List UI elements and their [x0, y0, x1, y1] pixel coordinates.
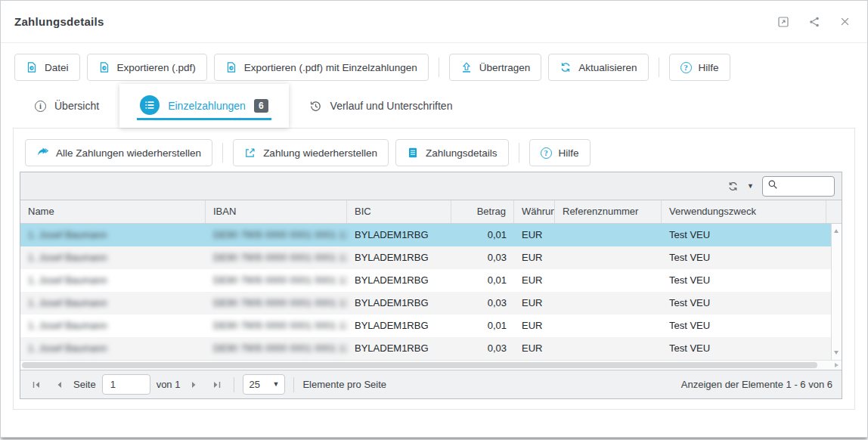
- cell-waehrung: EUR: [514, 315, 555, 337]
- first-page-button[interactable]: [28, 376, 45, 393]
- column-header-referenznummer[interactable]: Referenznummer: [555, 200, 662, 223]
- info-icon: i: [35, 101, 46, 112]
- tab-uebersicht[interactable]: i Übersicht: [14, 84, 119, 128]
- export-icon: [98, 61, 110, 73]
- restore-payment-button[interactable]: Zahlung wiederherstellen: [233, 139, 389, 166]
- cell-iban: DE90 7905 0000 0001 0001 13: [206, 269, 347, 292]
- table-row[interactable]: 1. Josef Baumann DE90 7905 0000 0001 000…: [20, 292, 831, 315]
- cell-name: 1. Josef Baumann: [20, 246, 206, 269]
- cell-referenznummer: [555, 246, 662, 269]
- cell-verwendungszweck: Test VEU: [662, 269, 831, 292]
- cell-iban: DE90 7905 0000 0001 0001 13: [206, 246, 347, 269]
- vertical-scrollbar[interactable]: [831, 224, 842, 360]
- grid-refresh-icon[interactable]: [727, 181, 739, 192]
- cell-verwendungszweck: Test VEU: [662, 246, 831, 269]
- main-toolbar: Datei Exportieren (.pdf) Exportieren (.p…: [1, 43, 867, 81]
- cell-betrag: 0,03: [451, 246, 514, 269]
- cell-referenznummer: [555, 224, 662, 246]
- cell-verwendungszweck: Test VEU: [662, 315, 831, 337]
- next-page-button[interactable]: [186, 376, 203, 393]
- pager: Seite von 1 25 ▼ Elemente pro Seite Anze…: [20, 370, 842, 398]
- payment-details-button[interactable]: Zahlungsdetails: [395, 139, 509, 166]
- grid-body: 1. Josef Baumann DE90 7905 0000 0001 000…: [20, 224, 842, 360]
- table-row[interactable]: 1. Josef Baumann DE90 7905 0000 0001 000…: [20, 224, 831, 246]
- help-icon: ?: [680, 62, 692, 73]
- payments-grid: ▼ Name IBAN BIC Betrag Währung Referenzn…: [20, 172, 842, 399]
- close-icon[interactable]: [839, 16, 851, 27]
- previous-page-button[interactable]: [51, 376, 67, 393]
- last-page-button[interactable]: [209, 376, 225, 393]
- restore-all-payments-button[interactable]: Alle Zahlungen wiederherstellen: [25, 139, 212, 166]
- open-in-window-icon[interactable]: [777, 16, 789, 28]
- cell-bic: BYLADEM1RBG: [347, 246, 451, 269]
- cell-name: 1. Josef Baumann: [20, 224, 206, 246]
- page-title: Zahlungsdetails: [14, 15, 104, 28]
- restore-all-icon: [36, 147, 49, 159]
- export-icon: [225, 61, 237, 73]
- search-icon: [767, 179, 778, 193]
- toolbar-separator: [222, 143, 223, 163]
- payment-details-window: Zahlungsdetails Datei Exportieren (.pd: [0, 0, 868, 438]
- tab-content-panel: Alle Zahlungen wiederherstellen Zahlung …: [13, 128, 855, 410]
- tab-bar: i Übersicht Einzelzahlungen 6 Verlauf un…: [1, 84, 867, 128]
- table-row[interactable]: 1. Josef Baumann DE90 7905 0000 0001 000…: [20, 246, 831, 269]
- cell-bic: BYLADEM1RBG: [347, 269, 451, 292]
- items-per-page-label: Elemente pro Seite: [302, 379, 386, 390]
- pager-status: Anzeigen der Elemente 1 - 6 von 6: [681, 379, 832, 390]
- cell-waehrung: EUR: [514, 269, 555, 292]
- cell-verwendungszweck: Test VEU: [662, 292, 831, 315]
- table-row[interactable]: 1. Josef Baumann DE90 7905 0000 0001 000…: [20, 315, 831, 337]
- help-button[interactable]: ? Hilfe: [669, 54, 730, 81]
- share-icon[interactable]: [808, 16, 820, 28]
- page-label: Seite: [73, 379, 96, 390]
- cell-verwendungszweck: Test VEU: [662, 337, 831, 360]
- tab-verlauf[interactable]: Verlauf und Unterschriften: [289, 84, 473, 128]
- cell-referenznummer: [555, 337, 662, 360]
- cell-bic: BYLADEM1RBG: [347, 292, 451, 315]
- grid-header: Name IBAN BIC Betrag Währung Referenznum…: [20, 200, 842, 224]
- column-header-waehrung[interactable]: Währung: [514, 200, 555, 223]
- table-row[interactable]: 1. Josef Baumann DE90 7905 0000 0001 000…: [20, 337, 831, 360]
- cell-waehrung: EUR: [514, 224, 555, 246]
- horizontal-scrollbar-thumb[interactable]: [22, 362, 817, 368]
- document-icon: [407, 147, 419, 159]
- toolbar-separator: [519, 143, 519, 163]
- page-number-input[interactable]: [102, 374, 150, 395]
- cell-name: 1. Josef Baumann: [20, 315, 206, 337]
- cell-referenznummer: [555, 315, 662, 337]
- cell-betrag: 0,01: [451, 224, 514, 246]
- cell-name: 1. Josef Baumann: [20, 269, 206, 292]
- export-pdf-with-items-button[interactable]: Exportieren (.pdf) mit Einzelzahlungen: [214, 54, 429, 81]
- restore-payment-icon: [244, 147, 256, 159]
- file-button[interactable]: Datei: [14, 54, 80, 81]
- column-header-betrag[interactable]: Betrag: [451, 200, 514, 223]
- column-header-iban[interactable]: IBAN: [206, 200, 347, 223]
- cell-referenznummer: [555, 292, 662, 315]
- help-icon: ?: [541, 147, 552, 159]
- toolbar-separator: [659, 57, 659, 77]
- column-header-name[interactable]: Name: [20, 200, 206, 223]
- chevron-down-icon: ▼: [273, 381, 280, 388]
- grid-help-button[interactable]: ? Hilfe: [529, 139, 591, 166]
- cell-name: 1. Josef Baumann: [20, 292, 206, 315]
- cell-waehrung: EUR: [514, 246, 555, 269]
- table-row[interactable]: 1. Josef Baumann DE90 7905 0000 0001 000…: [20, 269, 831, 292]
- export-pdf-button[interactable]: Exportieren (.pdf): [87, 54, 207, 81]
- payments-toolbar: Alle Zahlungen wiederherstellen Zahlung …: [14, 129, 854, 166]
- grid-options-caret-icon[interactable]: ▼: [747, 183, 754, 190]
- file-icon: [26, 61, 38, 73]
- refresh-icon: [560, 61, 572, 73]
- transfer-button[interactable]: Übertragen: [449, 54, 542, 81]
- cell-iban: DE90 7905 0000 0001 0001 13: [206, 224, 347, 246]
- refresh-button[interactable]: Aktualisieren: [548, 54, 648, 81]
- page-size-select[interactable]: 25 ▼: [243, 374, 285, 395]
- search-input[interactable]: [782, 181, 829, 192]
- column-header-verwendungszweck[interactable]: Verwendungszweck: [662, 200, 826, 223]
- titlebar: Zahlungsdetails: [1, 1, 867, 43]
- upload-icon: [460, 61, 473, 73]
- cell-verwendungszweck: Test VEU: [662, 224, 831, 246]
- horizontal-scrollbar[interactable]: [20, 360, 842, 370]
- column-header-filler: [826, 200, 842, 223]
- column-header-bic[interactable]: BIC: [347, 200, 451, 223]
- tab-einzelzahlungen[interactable]: Einzelzahlungen 6: [119, 84, 288, 128]
